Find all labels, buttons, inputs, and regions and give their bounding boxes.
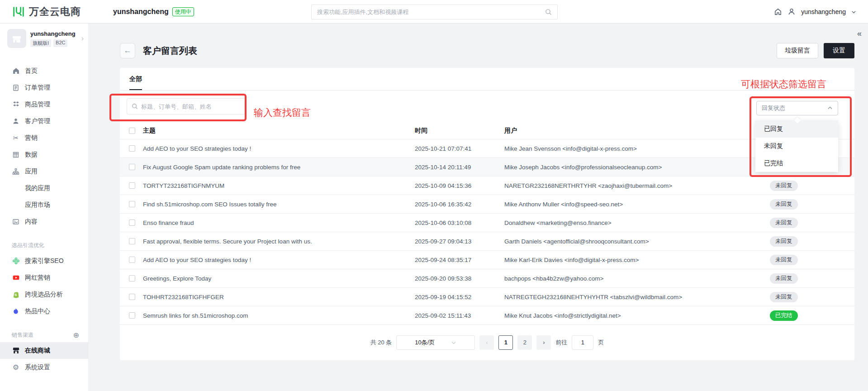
prev-page-button[interactable]: ‹ [479,335,494,350]
add-channel-icon[interactable]: ⊕ [73,331,79,339]
shopify-icon: S [12,291,20,299]
row-subject: Enso finance fraud [143,219,415,226]
settings-button[interactable]: 设置 [824,43,854,58]
table-row[interactable]: TORTYT232168TIGFNMYUM2025-10-09 04:15:36… [120,176,854,195]
row-subject: Semrush links for sh.51microshop.com [143,312,415,319]
page-size-select[interactable]: 10条/页 [396,335,475,350]
sidebar-item-应用市场[interactable]: 应用市场 [0,196,88,213]
sidebar-section-label: 选品引流优化 [0,241,88,250]
table-row[interactable]: Fast approval, flexible terms. Secure yo… [120,232,854,251]
global-search-input[interactable] [312,9,545,15]
sidebar-item-营销[interactable]: ✂营销 [0,129,88,146]
status-badge: 未回复 [770,273,798,284]
tab-bar: 全部 [120,68,854,91]
sidebar-item-网红营销[interactable]: 网红营销 [0,269,88,286]
page-button-2[interactable]: 2 [517,335,532,350]
sidebar: yunshangcheng 旗舰版IB2C › 首页订单管理商品管理客户管理✂营… [0,24,89,391]
sidebar-item-label: 跨境选品分析 [25,291,63,299]
sidebar-item-内容[interactable]: 内容 [0,213,88,230]
table-row[interactable]: Fix August Google Spam update ranking pr… [120,158,854,176]
total-count: 共 20 条 [370,339,392,347]
next-page-button[interactable]: › [536,335,551,350]
collapse-panel-icon[interactable]: « [857,29,862,38]
row-subject: Fast approval, flexible terms. Secure yo… [143,238,415,245]
sidebar-item-label: 系统设置 [25,363,50,372]
column-time: 时间 [415,127,504,135]
message-table-body: Add AEO to your SEO strategies today !20… [120,139,854,325]
row-checkbox[interactable] [129,164,135,170]
row-checkbox[interactable] [129,294,135,300]
select-all-checkbox[interactable] [129,128,135,134]
row-user: Mike Knut Jacobs <info@strictlydigital.n… [504,312,770,319]
page-buttons: 12 [498,335,532,350]
row-checkbox[interactable] [129,182,135,189]
row-checkbox[interactable] [129,275,135,281]
user-icon[interactable] [787,8,796,16]
shop-badges: 旗舰版IB2C [30,39,77,47]
sidebar-item-label: 数据 [25,151,38,159]
status-option[interactable]: 已完结 [755,155,838,172]
data-icon [12,151,20,159]
sidebar-item-商品管理[interactable]: 商品管理 [0,96,88,113]
goto-page-input[interactable] [572,335,593,350]
table-row[interactable]: Enso finance fraud2025-10-06 03:10:08Don… [120,214,854,232]
sidebar-item-在线商城[interactable]: 在线商城 [0,342,88,359]
status-badge: 未回复 [770,236,798,247]
row-checkbox[interactable] [129,257,135,263]
sidebar-item-我的应用[interactable]: 我的应用 [0,180,88,196]
table-row[interactable]: TOHHRT232168TIGFHFGER2025-09-19 04:15:52… [120,288,854,306]
chevron-down-icon[interactable] [851,10,856,14]
table-row[interactable]: Add AEO to your SEO strategies today !20… [120,139,854,158]
sidebar-item-label: 内容 [25,218,38,226]
sidebar-item-系统设置[interactable]: ⚙系统设置 [0,359,88,376]
reply-status-select[interactable]: 回复状态 [756,101,838,115]
tab-all[interactable]: 全部 [129,75,142,90]
sidebar-shop-card[interactable]: yunshangcheng 旗舰版IB2C › [0,24,88,52]
sidebar-item-数据[interactable]: 数据 [0,146,88,163]
chevron-up-icon [827,105,833,111]
row-time: 2025-10-21 07:07:41 [415,145,504,152]
table-row[interactable]: Greetings, Explore Today2025-09-20 09:53… [120,269,854,288]
sidebar-item-客户管理[interactable]: 客户管理 [0,113,88,129]
sidebar-item-首页[interactable]: 首页 [0,62,88,79]
row-checkbox[interactable] [129,145,135,152]
message-search-box [127,98,245,114]
apps-icon [12,167,20,176]
status-badge: 未回复 [770,218,798,228]
row-subject: Add AEO to your SEO strategies today ! [143,145,415,152]
message-list-card: 全部 回复状态 已回复未回复已完结 [120,68,854,360]
row-subject: Fix August Google Spam update ranking pr… [143,164,415,171]
sidebar-section-label: 销售渠道⊕ [0,330,88,339]
sidebar-item-热品中心[interactable]: 热品中心 [0,303,88,319]
sidebar-item-label: 应用 [25,167,38,176]
sidebar-item-跨境选品分析[interactable]: S跨境选品分析 [0,286,88,303]
back-button[interactable]: ← [120,43,135,58]
status-badge: 已完结 [770,310,798,321]
sidebar-item-订单管理[interactable]: 订单管理 [0,79,88,96]
sidebar-item-搜索引擎SEO[interactable]: 搜索引擎SEO [0,253,88,269]
app-logo-text: 万全云电商 [29,5,81,19]
user-menu[interactable]: yunshangcheng [801,8,846,15]
row-checkbox[interactable] [129,238,135,244]
shop-badge: 旗舰版I [30,39,51,47]
table-row[interactable]: Semrush links for sh.51microshop.com2025… [120,306,854,325]
table-row[interactable]: Find sh.51microshop.com SEO Issues total… [120,195,854,214]
sidebar-item-label: 客户管理 [25,117,50,125]
status-option[interactable]: 未回复 [755,138,838,155]
store-icon [12,347,20,355]
row-time: 2025-09-19 04:15:52 [415,294,504,300]
trash-messages-button[interactable]: 垃圾留言 [777,43,818,58]
message-search-input[interactable] [141,103,245,110]
page-size-value: 10条/页 [415,339,435,347]
youtube-icon [12,274,20,282]
row-checkbox[interactable] [129,201,135,207]
table-row[interactable]: Add AEO to your SEO strategies today !20… [120,251,854,269]
row-time: 2025-09-20 09:53:38 [415,275,504,282]
current-shop-name: yunshangcheng [113,8,169,16]
home-icon[interactable] [774,8,782,16]
row-subject: Greetings, Explore Today [143,275,415,282]
sidebar-item-应用[interactable]: 应用 [0,163,88,180]
row-checkbox[interactable] [129,312,135,319]
row-checkbox[interactable] [129,219,135,226]
page-button-1[interactable]: 1 [498,335,513,350]
